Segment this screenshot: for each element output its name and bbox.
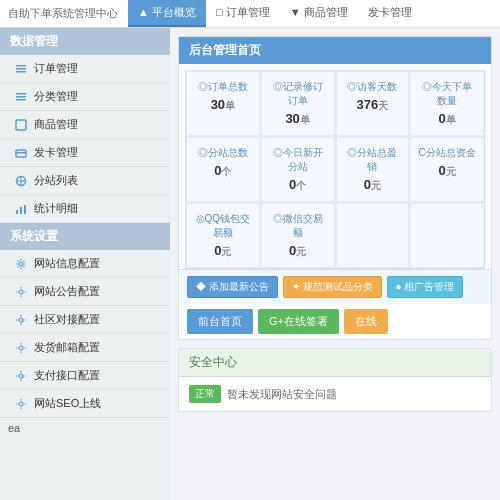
ads-btn[interactable]: ● 相广告管理: [387, 276, 464, 298]
stat-substations: ◎分站总数 0个: [186, 137, 260, 202]
stat-substation-sales: ◎分站总盈销 0元: [336, 137, 410, 202]
svg-point-18: [19, 346, 23, 350]
stat-total-orders-value: 30单: [193, 97, 253, 113]
sidebar-item-stats[interactable]: 统计明细: [0, 195, 170, 223]
security-content: 正常 暂未发现网站安全问题: [179, 377, 491, 411]
stat-substations-value: 0个: [193, 163, 253, 179]
sidebar-item-stats-label: 统计明细: [34, 201, 78, 216]
sidebar-item-orders-label: 订单管理: [34, 61, 78, 76]
svg-rect-12: [16, 210, 18, 214]
online-btn[interactable]: 在线: [344, 309, 388, 334]
svg-rect-4: [16, 96, 26, 98]
stat-revised-orders-value: 30单: [268, 111, 328, 127]
security-header: 安全中心: [179, 349, 491, 377]
svg-rect-5: [16, 99, 26, 101]
svg-rect-13: [20, 207, 22, 214]
card-icon: [14, 146, 28, 160]
action-bar: ◆ 添加最新公告 ✦ 规范测试品分类 ● 相广告管理: [179, 269, 491, 304]
security-message: 暂未发现网站安全问题: [227, 387, 337, 402]
sidebar-item-site-info[interactable]: 网站信息配置: [0, 250, 170, 278]
sidebar-item-payment-label: 支付接口配置: [34, 368, 100, 383]
stat-substation-sales-label: ◎分站总盈销: [343, 146, 403, 174]
svg-rect-8: [16, 152, 26, 154]
svg-rect-1: [16, 68, 26, 70]
sign-btn[interactable]: G+在线签署: [258, 309, 339, 334]
svg-rect-0: [16, 65, 26, 67]
quick-btns-bar: 前台首页 G+在线签署 在线: [179, 304, 491, 339]
dashboard-section: 后台管理首页 ◎订单总数 30单 ◎记录修订订单 30单: [178, 36, 492, 340]
tab-dashboard[interactable]: ▲ 平台概览: [128, 0, 206, 27]
svg-rect-3: [16, 93, 26, 95]
site-title: 自助下单系统管理中心: [8, 6, 128, 21]
svg-point-16: [19, 290, 23, 294]
svg-point-17: [19, 318, 23, 322]
sidebar-item-categories[interactable]: 分类管理: [0, 83, 170, 111]
sidebar-item-substations[interactable]: 分站列表: [0, 167, 170, 195]
stat-empty2: [410, 203, 484, 268]
stat-new-substations-value: 0个: [268, 177, 328, 193]
stat-wechat-trade: ◎微信交易额 0元: [261, 203, 335, 268]
list-icon: [14, 62, 28, 76]
stats-grid: ◎订单总数 30单 ◎记录修订订单 30单 ◎访客天数: [185, 70, 485, 269]
gear-icon: [14, 341, 28, 355]
test-products-btn[interactable]: ✦ 规范测试品分类: [283, 276, 382, 298]
stat-substation-funds-label: C分站总资金: [417, 146, 477, 160]
stat-today-orders-label: ◎今天下单数量: [417, 80, 477, 108]
stat-visitor-days-label: ◎访客天数: [343, 80, 403, 94]
stat-qq-trade-value: 0元: [193, 243, 253, 259]
svg-rect-2: [16, 71, 26, 73]
stat-new-substations-label: ◎今日新开分站: [268, 146, 328, 174]
ea-label: ea: [8, 422, 20, 434]
top-nav-tabs: ▲ 平台概览 □ 订单管理 ▼ 商品管理 发卡管理: [128, 0, 422, 27]
stat-visitor-days: ◎访客天数 376天: [336, 71, 410, 136]
security-section: 安全中心 正常 暂未发现网站安全问题: [178, 348, 492, 412]
stat-substation-funds-value: 0元: [417, 163, 477, 179]
add-notice-btn[interactable]: ◆ 添加最新公告: [187, 276, 278, 298]
sidebar-item-categories-label: 分类管理: [34, 89, 78, 104]
sidebar-item-orders[interactable]: 订单管理: [0, 55, 170, 83]
ea-text-area: ea: [0, 418, 170, 438]
stat-total-orders-label: ◎订单总数: [193, 80, 253, 94]
sidebar-item-cards-label: 发卡管理: [34, 145, 78, 160]
svg-point-20: [19, 402, 23, 406]
stat-new-substations: ◎今日新开分站 0个: [261, 137, 335, 202]
sidebar-item-substations-label: 分站列表: [34, 173, 78, 188]
frontend-btn[interactable]: 前台首页: [187, 309, 253, 334]
stat-qq-trade-label: ◎QQ钱包交易额: [193, 212, 253, 240]
stat-empty1: [336, 203, 410, 268]
package-icon: [14, 118, 28, 132]
stat-qq-trade: ◎QQ钱包交易额 0元: [186, 203, 260, 268]
chart-icon: [14, 202, 28, 216]
sidebar-item-products-label: 商品管理: [34, 117, 78, 132]
main-layout: 数据管理 订单管理 分类管理 商品管理 发卡管理: [0, 28, 500, 500]
site-icon: [14, 174, 28, 188]
tab-cards[interactable]: 发卡管理: [358, 0, 422, 27]
stat-revised-orders-label: ◎记录修订订单: [268, 80, 328, 108]
gear-icon: [14, 257, 28, 271]
tab-products[interactable]: ▼ 商品管理: [280, 0, 358, 27]
sidebar-item-cards[interactable]: 发卡管理: [0, 139, 170, 167]
stat-substation-sales-value: 0元: [343, 177, 403, 193]
stat-today-orders-value: 0单: [417, 111, 477, 127]
sidebar-item-email[interactable]: 发货邮箱配置: [0, 334, 170, 362]
sidebar-item-site-info-label: 网站信息配置: [34, 256, 100, 271]
stat-wechat-trade-label: ◎微信交易额: [268, 212, 328, 240]
gear-icon: [14, 369, 28, 383]
stat-visitor-days-value: 376天: [343, 97, 403, 113]
sidebar-item-email-label: 发货邮箱配置: [34, 340, 100, 355]
security-badge: 正常: [189, 385, 221, 403]
sidebar-item-seo[interactable]: 网站SEO上线: [0, 390, 170, 418]
tab-orders[interactable]: □ 订单管理: [206, 0, 280, 27]
stat-revised-orders: ◎记录修订订单 30单: [261, 71, 335, 136]
list-icon: [14, 90, 28, 104]
stat-total-orders: ◎订单总数 30单: [186, 71, 260, 136]
sidebar-item-notice[interactable]: 网站公告配置: [0, 278, 170, 306]
sidebar-item-payment[interactable]: 支付接口配置: [0, 362, 170, 390]
gear-icon: [14, 397, 28, 411]
gear-icon: [14, 285, 28, 299]
stat-wechat-trade-value: 0元: [268, 243, 328, 259]
stat-today-orders: ◎今天下单数量 0单: [410, 71, 484, 136]
svg-point-15: [19, 262, 23, 266]
sidebar-item-products[interactable]: 商品管理: [0, 111, 170, 139]
sidebar-item-community[interactable]: 社区对接配置: [0, 306, 170, 334]
